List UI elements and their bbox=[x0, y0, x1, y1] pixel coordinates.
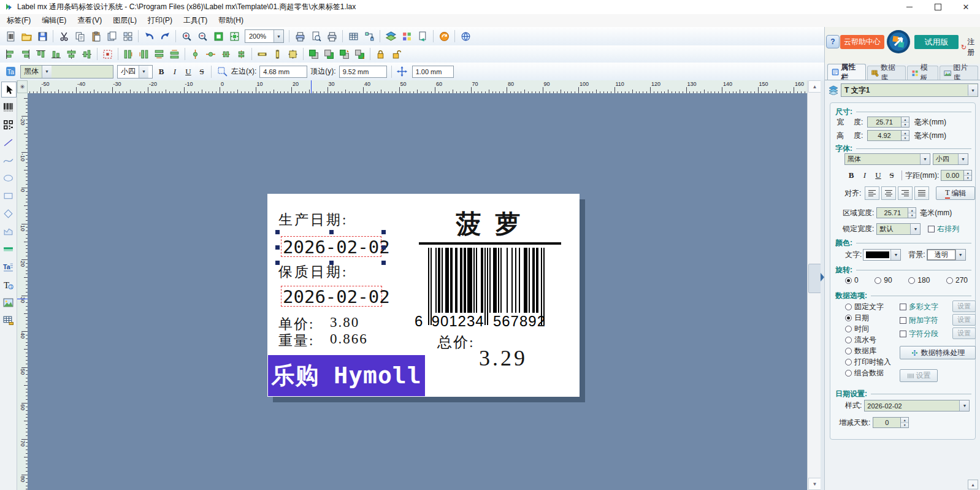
scroll-up-icon[interactable]: ▲ bbox=[808, 80, 821, 93]
italic-button[interactable]: I bbox=[169, 66, 181, 78]
附加字符-settings-button[interactable]: 设置 bbox=[952, 314, 976, 326]
selection-handle[interactable] bbox=[381, 261, 386, 265]
total-price-value[interactable]: 3.29 bbox=[479, 345, 527, 371]
polygon-tool[interactable] bbox=[1, 224, 15, 239]
redo-icon[interactable] bbox=[157, 29, 173, 44]
bold-button[interactable]: B bbox=[155, 66, 167, 78]
menu-item-4[interactable]: 打印(P) bbox=[142, 14, 178, 27]
edit-text-button[interactable]: T 编辑 bbox=[936, 186, 975, 200]
combo-data-settings-button[interactable]: 设置 bbox=[900, 369, 938, 382]
width-input[interactable]: 25.71 bbox=[867, 117, 902, 128]
data-option-组合数据[interactable]: 组合数据 bbox=[845, 368, 884, 378]
selection-handle[interactable] bbox=[381, 245, 386, 250]
panel-font-family-combo[interactable]: 黑体▼ bbox=[844, 153, 930, 165]
tile-pages-icon[interactable] bbox=[120, 29, 136, 44]
cut-icon[interactable] bbox=[56, 29, 72, 44]
panel-strike-button[interactable]: S bbox=[886, 169, 898, 182]
char-spacing-spinner[interactable]: ▲▼ bbox=[964, 170, 972, 181]
rotate-270-radio[interactable]: 270 bbox=[946, 276, 968, 285]
menu-item-2[interactable]: 查看(V) bbox=[72, 14, 107, 27]
date-offset-input[interactable]: 0 bbox=[873, 417, 901, 428]
same-width-icon[interactable] bbox=[255, 47, 270, 61]
tab-图片库[interactable]: 图片库 bbox=[940, 66, 978, 80]
lock-width-combo[interactable]: 默认▼ bbox=[876, 223, 921, 235]
align-center-button[interactable] bbox=[881, 186, 896, 200]
copy-icon[interactable] bbox=[72, 29, 88, 44]
多彩文字-settings-button[interactable]: 设置 bbox=[952, 301, 976, 312]
附加字符-checkbox[interactable] bbox=[900, 317, 906, 324]
menu-item-1[interactable]: 编辑(E) bbox=[36, 14, 72, 27]
cloud-help-button[interactable]: 云帮助中心 bbox=[840, 35, 884, 49]
web-update-icon[interactable] bbox=[457, 29, 473, 44]
zoom-in-icon[interactable] bbox=[178, 29, 194, 44]
move-step-input[interactable]: 1.00 mm bbox=[412, 66, 454, 78]
data-special-button[interactable]: 数据特殊处理 bbox=[900, 346, 976, 359]
center-page-v-icon[interactable] bbox=[188, 47, 203, 61]
shelf-date-label[interactable]: 保质日期: bbox=[278, 262, 348, 281]
paste-icon[interactable] bbox=[88, 29, 104, 44]
字符分段-settings-button[interactable]: 设置 bbox=[952, 327, 976, 339]
minimize-button[interactable] bbox=[895, 0, 924, 14]
right-align-checkbox[interactable] bbox=[928, 226, 935, 232]
scroll-down-icon[interactable]: ▼ bbox=[808, 478, 821, 490]
menu-item-0[interactable]: 标签(F) bbox=[1, 14, 36, 27]
unit-price-value[interactable]: 3.80 bbox=[330, 315, 359, 331]
tab-属性栏[interactable]: 属性栏 bbox=[827, 64, 866, 80]
strikethrough-button[interactable]: S bbox=[196, 66, 208, 78]
data-option-打印时输入[interactable]: 打印时输入 bbox=[845, 357, 891, 367]
zoom-level-combo[interactable]: 200%▼ bbox=[245, 29, 284, 43]
zoom-out-icon[interactable] bbox=[194, 29, 210, 44]
width-spinner[interactable]: ▲▼ bbox=[902, 117, 909, 128]
ellipse-tool[interactable] bbox=[1, 170, 15, 185]
panel-bold-button[interactable]: B bbox=[845, 169, 857, 182]
panel-scroll-up-icon[interactable]: ▲ bbox=[968, 480, 978, 489]
open-icon[interactable] bbox=[18, 29, 34, 44]
scrollbar-thumb[interactable] bbox=[808, 264, 821, 293]
text-color-combo[interactable]: ▼ bbox=[863, 249, 901, 261]
trial-version-button[interactable]: 试用版 bbox=[914, 35, 959, 49]
barcode-tool[interactable] bbox=[1, 99, 15, 114]
menu-item-6[interactable]: 帮助(H) bbox=[213, 14, 249, 27]
top-y-input[interactable]: 9.52 mm bbox=[339, 66, 387, 78]
design-canvas[interactable]: 生产日期: 2026-02-02 保质日期: 2026-02-02 单价: 3.… bbox=[28, 93, 807, 490]
height-input[interactable]: 4.92 bbox=[867, 130, 902, 141]
font-family-combo[interactable]: 黑体▼ bbox=[20, 65, 113, 78]
tab-模板[interactable]: 模板 bbox=[907, 66, 939, 80]
align-left-button[interactable] bbox=[865, 186, 879, 200]
equal-space-h-icon[interactable] bbox=[218, 47, 234, 61]
rectangle-tool[interactable] bbox=[1, 188, 15, 203]
rotate-90-radio[interactable]: 90 bbox=[875, 276, 892, 285]
align-center-v-icon[interactable] bbox=[79, 47, 94, 61]
data-option-流水号[interactable]: 流水号 bbox=[845, 335, 876, 345]
selection-handle[interactable] bbox=[329, 230, 334, 234]
align-justify-button[interactable] bbox=[914, 186, 929, 200]
undo-icon[interactable] bbox=[141, 29, 157, 44]
rotate-0-radio[interactable]: 0 bbox=[845, 276, 859, 285]
register-link[interactable]: ↻ 注册 bbox=[961, 37, 980, 58]
help-question-icon[interactable]: ? bbox=[826, 35, 840, 48]
bg-color-combo[interactable]: 透明 ▼ bbox=[927, 249, 966, 261]
align-center-h-icon[interactable] bbox=[64, 47, 79, 61]
region-width-spinner[interactable]: ▲▼ bbox=[908, 207, 916, 218]
align-right-icon[interactable] bbox=[18, 47, 33, 61]
product-name[interactable]: 菠 萝 bbox=[419, 207, 561, 241]
sync-update-icon[interactable] bbox=[436, 29, 452, 44]
same-height-icon[interactable] bbox=[270, 47, 285, 61]
align-right-button[interactable] bbox=[898, 186, 913, 200]
space-left-icon[interactable] bbox=[121, 47, 136, 61]
date-offset-spinner[interactable]: ▲▼ bbox=[901, 417, 909, 428]
panel-underline-button[interactable]: U bbox=[872, 169, 884, 182]
center-page-h-icon[interactable] bbox=[203, 47, 218, 61]
production-date-field[interactable]: 2026-02-02 bbox=[283, 237, 390, 258]
space-bottom-icon[interactable] bbox=[167, 47, 182, 61]
equal-space-v-icon[interactable] bbox=[234, 47, 249, 61]
tab-数据库[interactable]: 数据库 bbox=[867, 66, 906, 80]
send-backward-icon[interactable] bbox=[352, 47, 367, 61]
weight-value[interactable]: 0.866 bbox=[330, 331, 368, 347]
region-width-input[interactable]: 25.71 bbox=[876, 207, 908, 218]
font-size-combo[interactable]: 小四▼ bbox=[117, 65, 153, 78]
rich-text-tool[interactable]: Ta bbox=[1, 259, 15, 274]
shelf-date-field[interactable]: 2026-02-02 bbox=[283, 286, 390, 307]
fit-selection-icon[interactable] bbox=[210, 29, 226, 44]
fit-page-icon[interactable] bbox=[226, 29, 242, 44]
